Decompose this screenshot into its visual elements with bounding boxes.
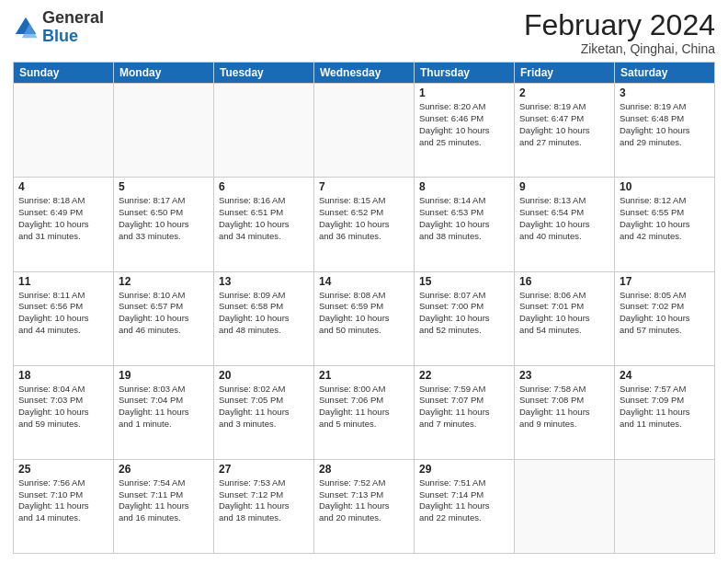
day-number: 4: [18, 180, 108, 193]
calendar-cell: 5Sunrise: 8:17 AM Sunset: 6:50 PM Daylig…: [114, 178, 214, 271]
calendar-cell: 23Sunrise: 7:58 AM Sunset: 7:08 PM Dayli…: [515, 365, 615, 459]
day-info: Sunrise: 7:53 AM Sunset: 7:12 PM Dayligh…: [219, 477, 309, 524]
day-info: Sunrise: 8:09 AM Sunset: 6:58 PM Dayligh…: [219, 290, 309, 337]
calendar-cell: 17Sunrise: 8:05 AM Sunset: 7:02 PM Dayli…: [615, 271, 715, 365]
day-info: Sunrise: 7:51 AM Sunset: 7:14 PM Dayligh…: [419, 477, 509, 524]
day-info: Sunrise: 7:57 AM Sunset: 7:09 PM Dayligh…: [620, 384, 710, 431]
day-of-week-header: Saturday: [615, 63, 715, 84]
day-number: 1: [419, 86, 509, 99]
day-info: Sunrise: 8:17 AM Sunset: 6:50 PM Dayligh…: [119, 195, 209, 242]
day-number: 8: [419, 180, 509, 193]
day-info: Sunrise: 8:04 AM Sunset: 7:03 PM Dayligh…: [18, 384, 108, 431]
day-number: 13: [219, 275, 309, 288]
day-number: 3: [620, 86, 710, 99]
calendar-cell: [515, 459, 615, 553]
day-info: Sunrise: 8:16 AM Sunset: 6:51 PM Dayligh…: [219, 195, 309, 242]
calendar-cell: [14, 84, 114, 178]
day-info: Sunrise: 8:15 AM Sunset: 6:52 PM Dayligh…: [319, 195, 409, 242]
calendar-cell: 10Sunrise: 8:12 AM Sunset: 6:55 PM Dayli…: [615, 178, 715, 271]
calendar-cell: 24Sunrise: 7:57 AM Sunset: 7:09 PM Dayli…: [615, 365, 715, 459]
day-of-week-header: Friday: [515, 63, 615, 84]
calendar-cell: 21Sunrise: 8:00 AM Sunset: 7:06 PM Dayli…: [314, 365, 415, 459]
day-number: 17: [620, 275, 710, 288]
calendar-cell: 3Sunrise: 8:19 AM Sunset: 6:48 PM Daylig…: [615, 84, 715, 178]
day-number: 9: [519, 180, 609, 193]
calendar-cell: 12Sunrise: 8:10 AM Sunset: 6:57 PM Dayli…: [114, 271, 214, 365]
day-number: 5: [119, 180, 209, 193]
day-number: 16: [519, 275, 609, 288]
calendar-cell: 25Sunrise: 7:56 AM Sunset: 7:10 PM Dayli…: [14, 459, 114, 553]
day-info: Sunrise: 7:59 AM Sunset: 7:07 PM Dayligh…: [419, 384, 509, 431]
day-number: 15: [419, 275, 509, 288]
page: General Blue February 2024 Ziketan, Qing…: [0, 0, 728, 563]
day-number: 11: [18, 275, 108, 288]
logo-text: General Blue: [42, 9, 104, 46]
day-info: Sunrise: 8:06 AM Sunset: 7:01 PM Dayligh…: [519, 290, 609, 337]
month-title: February 2024: [524, 9, 715, 41]
calendar-cell: 20Sunrise: 8:02 AM Sunset: 7:05 PM Dayli…: [214, 365, 314, 459]
day-info: Sunrise: 8:02 AM Sunset: 7:05 PM Dayligh…: [219, 384, 309, 431]
calendar-week-row: 11Sunrise: 8:11 AM Sunset: 6:56 PM Dayli…: [14, 271, 715, 365]
calendar-cell: [314, 84, 415, 178]
logo-blue: Blue: [42, 27, 78, 45]
day-number: 26: [119, 463, 209, 476]
calendar-cell: 6Sunrise: 8:16 AM Sunset: 6:51 PM Daylig…: [214, 178, 314, 271]
day-info: Sunrise: 8:19 AM Sunset: 6:47 PM Dayligh…: [519, 101, 609, 148]
calendar-week-row: 4Sunrise: 8:18 AM Sunset: 6:49 PM Daylig…: [14, 178, 715, 271]
day-number: 20: [219, 369, 309, 382]
day-info: Sunrise: 8:03 AM Sunset: 7:04 PM Dayligh…: [119, 384, 209, 431]
day-number: 25: [18, 463, 108, 476]
calendar-cell: [214, 84, 314, 178]
day-info: Sunrise: 7:52 AM Sunset: 7:13 PM Dayligh…: [319, 477, 409, 524]
subtitle: Ziketan, Qinghai, China: [524, 41, 715, 56]
day-info: Sunrise: 8:18 AM Sunset: 6:49 PM Dayligh…: [18, 195, 108, 242]
calendar-cell: 15Sunrise: 8:07 AM Sunset: 7:00 PM Dayli…: [415, 271, 515, 365]
day-number: 7: [319, 180, 409, 193]
title-block: February 2024 Ziketan, Qinghai, China: [524, 9, 715, 56]
day-number: 14: [319, 275, 409, 288]
calendar-cell: [114, 84, 214, 178]
calendar-cell: 9Sunrise: 8:13 AM Sunset: 6:54 PM Daylig…: [515, 178, 615, 271]
calendar-cell: 11Sunrise: 8:11 AM Sunset: 6:56 PM Dayli…: [14, 271, 114, 365]
calendar-cell: [615, 459, 715, 553]
header: General Blue February 2024 Ziketan, Qing…: [13, 9, 715, 56]
day-number: 28: [319, 463, 409, 476]
day-number: 2: [519, 86, 609, 99]
calendar-week-row: 18Sunrise: 8:04 AM Sunset: 7:03 PM Dayli…: [14, 365, 715, 459]
day-number: 24: [620, 369, 710, 382]
calendar-cell: 28Sunrise: 7:52 AM Sunset: 7:13 PM Dayli…: [314, 459, 415, 553]
calendar-cell: 18Sunrise: 8:04 AM Sunset: 7:03 PM Dayli…: [14, 365, 114, 459]
calendar-cell: 22Sunrise: 7:59 AM Sunset: 7:07 PM Dayli…: [415, 365, 515, 459]
day-number: 23: [519, 369, 609, 382]
day-number: 27: [219, 463, 309, 476]
calendar-week-row: 1Sunrise: 8:20 AM Sunset: 6:46 PM Daylig…: [14, 84, 715, 178]
day-info: Sunrise: 8:11 AM Sunset: 6:56 PM Dayligh…: [18, 290, 108, 337]
day-number: 10: [620, 180, 710, 193]
day-number: 22: [419, 369, 509, 382]
day-info: Sunrise: 8:20 AM Sunset: 6:46 PM Dayligh…: [419, 101, 509, 148]
calendar-cell: 13Sunrise: 8:09 AM Sunset: 6:58 PM Dayli…: [214, 271, 314, 365]
calendar-cell: 27Sunrise: 7:53 AM Sunset: 7:12 PM Dayli…: [214, 459, 314, 553]
calendar-cell: 14Sunrise: 8:08 AM Sunset: 6:59 PM Dayli…: [314, 271, 415, 365]
logo-icon: [13, 15, 39, 40]
day-info: Sunrise: 8:14 AM Sunset: 6:53 PM Dayligh…: [419, 195, 509, 242]
calendar-cell: 16Sunrise: 8:06 AM Sunset: 7:01 PM Dayli…: [515, 271, 615, 365]
days-header-row: SundayMondayTuesdayWednesdayThursdayFrid…: [14, 63, 715, 84]
day-number: 19: [119, 369, 209, 382]
day-of-week-header: Tuesday: [214, 63, 314, 84]
day-of-week-header: Sunday: [14, 63, 114, 84]
calendar-cell: 26Sunrise: 7:54 AM Sunset: 7:11 PM Dayli…: [114, 459, 214, 553]
calendar-cell: 29Sunrise: 7:51 AM Sunset: 7:14 PM Dayli…: [415, 459, 515, 553]
calendar-cell: 7Sunrise: 8:15 AM Sunset: 6:52 PM Daylig…: [314, 178, 415, 271]
day-info: Sunrise: 8:07 AM Sunset: 7:00 PM Dayligh…: [419, 290, 509, 337]
day-of-week-header: Thursday: [415, 63, 515, 84]
calendar-cell: 2Sunrise: 8:19 AM Sunset: 6:47 PM Daylig…: [515, 84, 615, 178]
day-info: Sunrise: 8:05 AM Sunset: 7:02 PM Dayligh…: [620, 290, 710, 337]
logo-general: General: [42, 8, 104, 27]
logo: General Blue: [13, 9, 104, 46]
day-of-week-header: Monday: [114, 63, 214, 84]
day-number: 12: [119, 275, 209, 288]
day-info: Sunrise: 8:08 AM Sunset: 6:59 PM Dayligh…: [319, 290, 409, 337]
day-info: Sunrise: 7:54 AM Sunset: 7:11 PM Dayligh…: [119, 477, 209, 524]
calendar-cell: 4Sunrise: 8:18 AM Sunset: 6:49 PM Daylig…: [14, 178, 114, 271]
